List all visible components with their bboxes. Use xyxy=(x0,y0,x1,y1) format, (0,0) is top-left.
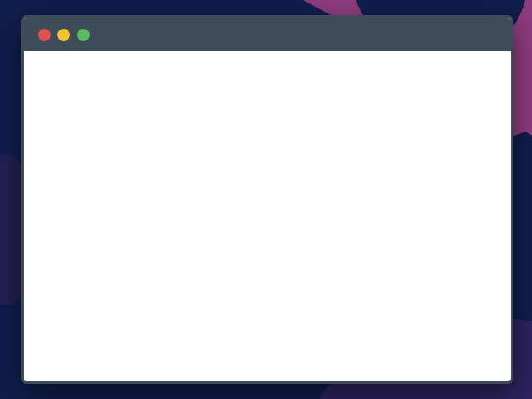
app-window xyxy=(21,15,513,384)
window-content xyxy=(24,51,511,64)
close-button[interactable] xyxy=(38,29,51,41)
maximize-button[interactable] xyxy=(77,29,90,41)
minimize-button[interactable] xyxy=(57,29,70,41)
window-titlebar xyxy=(24,18,511,51)
traffic-lights xyxy=(38,18,90,51)
